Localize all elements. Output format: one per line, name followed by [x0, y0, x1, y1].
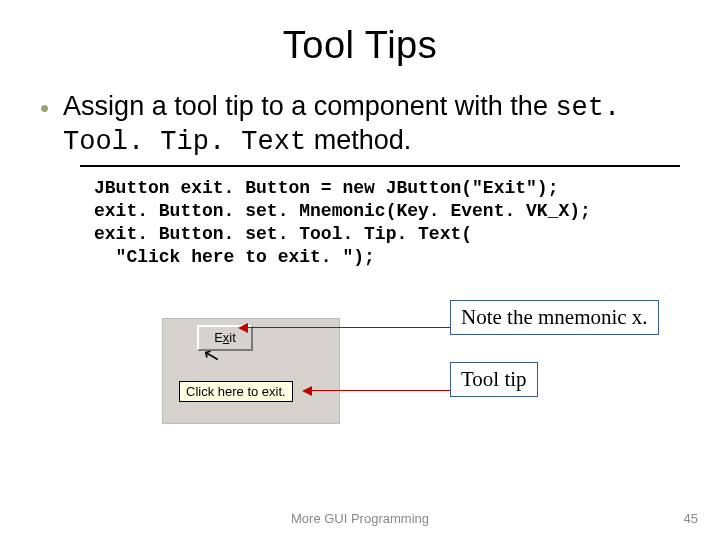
arrow-to-tooltip — [310, 390, 452, 391]
gui-illustration: Exit ↖ Click here to exit. — [162, 318, 422, 426]
gui-panel: Exit ↖ Click here to exit. — [162, 318, 340, 424]
code-line-4: "Click here to exit. "); — [94, 247, 375, 267]
bullet-text: Assign a tool tip to a component with th… — [63, 91, 684, 159]
callout-mnemonic: Note the mnemonic x. — [450, 300, 659, 335]
footer-text: More GUI Programming — [0, 511, 720, 526]
slide-title: Tool Tips — [36, 24, 684, 67]
divider — [80, 165, 680, 167]
callout-tooltip: Tool tip — [450, 362, 538, 397]
code-block: JButton exit. Button = new JButton("Exit… — [94, 177, 684, 269]
slide: Tool Tips • Assign a tool tip to a compo… — [0, 0, 720, 540]
code-line-3: exit. Button. set. Tool. Tip. Text( — [94, 224, 472, 244]
code-line-1: JButton exit. Button = new JButton("Exit… — [94, 178, 558, 198]
btn-post: it — [229, 330, 236, 345]
code-line-2: exit. Button. set. Mnemonic(Key. Event. … — [94, 201, 591, 221]
bullet-post: method. — [306, 125, 411, 155]
bullet-pre: Assign a tool tip to a component with th… — [63, 91, 555, 121]
tooltip-box: Click here to exit. — [179, 381, 293, 402]
bullet-item: • Assign a tool tip to a component with … — [40, 91, 684, 159]
page-number: 45 — [684, 511, 698, 526]
arrow-to-mnemonic — [246, 327, 452, 328]
bullet-icon: • — [40, 93, 49, 123]
